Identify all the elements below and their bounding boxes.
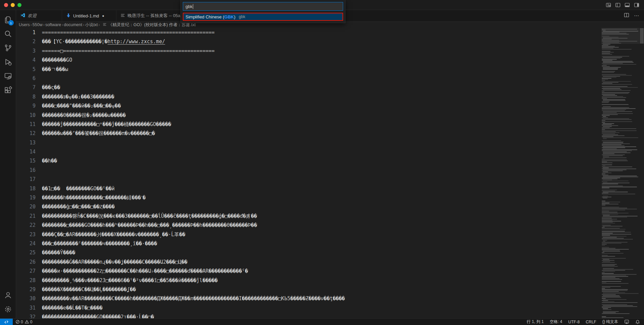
code-line[interactable]: 22��������□�����GO����h���ʰ������Þ��h���…	[16, 221, 601, 230]
code-line[interactable]: 17	[16, 175, 601, 184]
line-number: 1	[16, 28, 36, 37]
split-editor-icon[interactable]	[624, 12, 629, 19]
customize-layout-icon[interactable]	[606, 2, 611, 8]
minimize-button[interactable]	[11, 3, 15, 7]
line-number: 6	[16, 74, 36, 83]
minimap-slider[interactable]	[601, 28, 640, 44]
code-line[interactable]: 30���������ν��AR���������C�����h��������…	[16, 294, 601, 303]
line-text: ������ĵ�����������□ˣ���ĵ���桶�������GO���…	[42, 120, 171, 129]
zoom-button[interactable]	[17, 3, 21, 7]
breadcrumb-item[interactable]: 550w	[33, 22, 43, 27]
code-line[interactable]: 25������Ŷ����	[16, 248, 601, 257]
remote-indicator[interactable]	[0, 319, 13, 325]
code-line[interactable]: 24���□��������ˤ�������ч��������¸ī��·����	[16, 239, 601, 248]
code-line[interactable]: 19�������h������������□�������緋���ˋ�	[16, 193, 601, 202]
editor[interactable]: 1=======================================…	[16, 28, 644, 318]
code-line[interactable]: 16	[16, 166, 601, 175]
line-text: ������X������C��Ц��Ļ��������ʆ��	[42, 285, 136, 294]
code-line[interactable]: 21����������磐ĥ�C����況���є���3�������□��ĺ…	[16, 212, 601, 221]
item-label-highlight: GBK	[224, 14, 234, 19]
code-line[interactable]: 3======□================================…	[16, 47, 601, 56]
code-line[interactable]: 5���ㄱ���ы	[16, 65, 601, 74]
code-line[interactable]: 29������X������C��Ц��Ļ��������ʆ��	[16, 285, 601, 294]
run-debug-icon[interactable]	[0, 55, 16, 69]
txt-file-icon	[120, 13, 125, 19]
code-line[interactable]: 13	[16, 138, 601, 147]
status-item[interactable]: 空格: 4	[550, 319, 562, 325]
code-line[interactable]: 12������ω���’���饕���很������π�ν������□�	[16, 129, 601, 138]
minimap[interactable]	[601, 28, 640, 318]
code-line[interactable]: 1=======================================…	[16, 28, 601, 37]
code-line[interactable]: 32������������������GO������2ı���·Ĺ��□�	[16, 313, 601, 318]
status-item[interactable]: 行 1, 列 1	[527, 319, 544, 325]
breadcrumb-item[interactable]: 小说txt	[85, 22, 98, 27]
accounts-icon[interactable]	[0, 288, 16, 302]
line-number: 24	[16, 239, 36, 248]
close-button[interactable]	[4, 3, 8, 7]
code-line[interactable]: 15��h��	[16, 156, 601, 166]
code-line[interactable]: 26���������Ġ��AR�����nɻ��ν��ʝ������C����…	[16, 258, 601, 267]
notifications-bell-icon[interactable]	[635, 320, 640, 324]
code-line[interactable]: 4��������GO	[16, 56, 601, 65]
chevron-separator: ›	[43, 22, 45, 27]
code-line[interactable]: 6	[16, 74, 601, 83]
breadcrumb-item[interactable]: software	[45, 22, 61, 27]
line-text: ������ω���’���饕���很������π�ν������□�	[42, 129, 155, 138]
line-text: �������ⱻ�ѱ��₂���3�������	[42, 92, 114, 102]
line-text: ��������□�����GO����h���ʰ������Þ��h���□�…	[42, 221, 257, 230]
item-label-prefix: Simplified Chinese (	[185, 14, 224, 19]
explorer-icon[interactable]: 1	[0, 13, 16, 27]
code-line[interactable]: 27�����и·�����������2Ⱬ□�������C��h���Ա♭�…	[16, 267, 601, 276]
source-control-icon[interactable]	[0, 41, 16, 55]
search-icon[interactable]	[0, 27, 16, 41]
line-number: 17	[16, 175, 36, 184]
status-item[interactable]: CRLF	[586, 320, 596, 324]
status-item[interactable]: {} 纯文本	[602, 319, 618, 325]
remote-explorer-icon[interactable]	[0, 69, 16, 83]
traffic-lights	[4, 3, 21, 7]
toggle-panel-icon[interactable]	[625, 2, 630, 8]
tab-untitled-1[interactable]: Untitled-1.md ●	[62, 10, 116, 21]
code-line[interactable]: 8�������ⱻ�ѱ��₂���3�������	[16, 92, 601, 102]
code-line[interactable]: 20��������ģ□��□���□��Ⱬ����	[16, 202, 601, 211]
toggle-primary-sidebar-icon[interactable]	[615, 2, 621, 8]
line-number: 13	[16, 138, 36, 147]
code-line[interactable]: 28���������¸ϟ���ν����23□����6��ˤ�²ν����ĩ…	[16, 276, 601, 285]
tab-welcome[interactable]: 欢迎	[16, 10, 62, 21]
tab-label: Untitled-1.md	[73, 13, 99, 18]
extensions-icon[interactable]	[0, 83, 16, 97]
code-line[interactable]: 10�������θ�����很�₂�����ω�����	[16, 111, 601, 120]
error-icon	[15, 320, 19, 324]
detected-link[interactable]: http://www.zxcs.me/	[108, 39, 165, 45]
line-number: 27	[16, 267, 36, 276]
line-text: �������e��Ĺ��T�□����	[42, 304, 103, 313]
settings-gear-icon[interactable]	[0, 302, 16, 316]
breadcrumb-item[interactable]: Users	[19, 22, 30, 27]
code-line[interactable]: 2���【YC·������������¦�http://www.zxcs.me…	[16, 37, 601, 46]
breadcrumb-item[interactable]: document	[64, 22, 82, 27]
scrollbar-thumb[interactable]	[640, 28, 644, 44]
error-count: 0	[21, 320, 23, 324]
line-text: ���������¸ϟ���ν����23□����6��ˤ�²ν����ĩ□�…	[42, 276, 218, 285]
quickpick-input-value: gbk	[185, 4, 193, 9]
code-line[interactable]: 23����Ç��□�AR�������爿����X������ν�������…	[16, 230, 601, 239]
code-line[interactable]: 7���ς��	[16, 83, 601, 92]
code-line[interactable]: 9����□����"���й��₂���□��ѱ��	[16, 102, 601, 111]
feedback-icon[interactable]	[624, 319, 629, 324]
code-line[interactable]: 14	[16, 147, 601, 156]
code-line[interactable]: 11������ĵ�����������□ˣ���ĵ���桶�������GO�…	[16, 120, 601, 129]
line-text: ��������GO	[42, 56, 72, 65]
toggle-secondary-sidebar-icon[interactable]	[634, 2, 639, 8]
quickpick-input[interactable]: gbk	[183, 2, 343, 11]
line-number: 18	[16, 184, 36, 193]
code-line[interactable]: 31�������e��Ĺ��T�□����	[16, 304, 601, 313]
more-actions-icon[interactable]: ⋯	[634, 13, 639, 19]
problems-status[interactable]: 0 0	[13, 320, 35, 324]
line-number: 15	[16, 156, 36, 166]
status-item[interactable]: UTF-8	[568, 320, 580, 324]
status-bar: 0 0 行 1, 列 1空格: 4UTF-8CRLF{} 纯文本	[0, 318, 644, 325]
line-text: ��h��	[42, 156, 57, 166]
vertical-scrollbar[interactable]	[640, 28, 644, 318]
quickpick-item-gbk[interactable]: Simplified Chinese (GBK) gbk	[183, 13, 343, 21]
code-line[interactable]: 18��1□�� ��������GO��ˤ��й	[16, 184, 601, 193]
